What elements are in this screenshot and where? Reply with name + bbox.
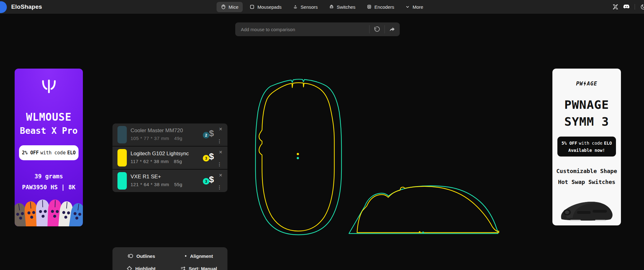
outline-side-vxe-r1 (349, 186, 498, 234)
mouse-dimensions: 121 * 64 * 38 mm55g (131, 182, 182, 187)
nav-divider (635, 4, 635, 10)
top-nav: EloShapes Mice Mousepads Sensors (0, 0, 644, 14)
share-button[interactable] (385, 22, 400, 36)
ad-feature-shape: Customizable Shape (552, 168, 621, 174)
nav-item-mice[interactable]: Mice (217, 2, 243, 12)
encoder-icon (367, 4, 372, 9)
promo-code-box[interactable]: 5% OFF with code ELO Available now! (557, 137, 616, 157)
x-twitter-icon[interactable] (613, 4, 618, 10)
dollar-icon: $ (209, 128, 214, 138)
sort-button[interactable]: Sort: Manual (170, 262, 228, 270)
ad-title-line1: PWNAGE (552, 98, 621, 112)
outlines-toggle[interactable]: Outlines (112, 250, 170, 262)
wlmouse-logo-icon (41, 79, 57, 94)
alignment-button[interactable]: Alignment (170, 250, 228, 262)
alignment-dot-icon (184, 255, 187, 257)
ad-subtitle: Beast X Pro (15, 126, 83, 136)
sensor-dot-logitech (297, 153, 299, 155)
nav-item-mousepads[interactable]: Mousepads (245, 2, 286, 12)
mouse-dimensions: 117 * 62 * 38 mm85g (131, 159, 182, 164)
outline-top-logitech-g102 (259, 83, 334, 231)
row-menu-button[interactable]: ⋮ (216, 184, 223, 191)
remove-mouse-button[interactable]: ✕ (217, 171, 224, 179)
sensor-icon (293, 4, 298, 9)
promo-code-pill[interactable]: 2% OFF with code ELO (19, 145, 79, 160)
ad-feature-switches: Hot Swap Switches (552, 179, 621, 185)
view-options-toolbar: Outlines Alignment Highlight Sort: Manua… (112, 247, 227, 270)
price-button[interactable]: $ 3 (205, 174, 217, 188)
nav-item-more[interactable]: More (401, 2, 427, 12)
brand-name: EloShapes (11, 3, 42, 10)
remove-mouse-button[interactable]: ✕ (217, 125, 224, 133)
lightning-icon (583, 81, 587, 86)
shape-comparison-canvas[interactable] (0, 0, 644, 270)
color-swatch[interactable] (117, 172, 127, 190)
outline-top-vxe-r1 (255, 79, 341, 235)
chevron-down-icon (405, 5, 410, 9)
comparison-search-bar (235, 22, 400, 36)
mouse-dimensions: 105 * 77 * 37 mm49g (131, 136, 182, 141)
nav-item-encoders[interactable]: Encoders (362, 2, 398, 12)
color-swatch[interactable] (117, 149, 127, 166)
price-button[interactable]: $ 3 (205, 151, 217, 165)
nav-menu: Mice Mousepads Sensors Switches (217, 0, 428, 14)
mouse-weight: 49g (174, 136, 183, 141)
brand-logo-icon (0, 1, 7, 13)
mouse-name: VXE R1 SE+ (131, 174, 161, 180)
switch-icon (329, 4, 334, 9)
discord-icon[interactable] (623, 4, 630, 9)
mouse-name: Cooler Master MM720 (131, 128, 183, 134)
dollar-icon: $ (209, 152, 214, 162)
nav-item-switches[interactable]: Switches (325, 2, 360, 12)
sensor-dot-side-vxe (422, 231, 424, 233)
dollar-icon: $ (209, 175, 214, 185)
ad-wlmouse[interactable]: WLMOUSE Beast X Pro 2% OFF with code ELO… (15, 69, 83, 226)
mice-photo (15, 198, 83, 226)
price-button[interactable]: $ 2 (205, 128, 217, 142)
ad-title-line2: SYMM 3 (552, 115, 621, 128)
comparison-list: Cooler Master MM720 105 * 77 * 37 mm49g … (112, 123, 227, 192)
price-count-badge: 3 (203, 178, 209, 185)
outline-side-logitech-g102 (357, 186, 499, 233)
dark-mode-toggle[interactable] (640, 3, 644, 10)
reset-button[interactable] (370, 22, 384, 36)
mousepad-icon (250, 4, 255, 9)
outlines-icon (127, 253, 133, 258)
ad-spec-sensor: PAW3950 HS | 8K (15, 184, 83, 190)
mouse-weight: 85g (174, 159, 182, 164)
remove-mouse-button[interactable]: ✕ (217, 148, 224, 156)
share-icon (389, 26, 395, 32)
sort-icon (180, 266, 186, 270)
moon-icon (640, 3, 644, 10)
sensor-dot-side-logitech (419, 231, 420, 233)
nav-item-sensors[interactable]: Sensors (289, 2, 322, 12)
availability-text: Available now! (568, 148, 605, 153)
highlight-toggle[interactable]: Highlight (112, 262, 170, 270)
brand[interactable]: EloShapes (0, 0, 42, 14)
mouse-weight: 55g (174, 182, 183, 187)
reset-icon (374, 26, 380, 32)
row-menu-button[interactable]: ⋮ (216, 161, 223, 168)
mouse-name: Logitech G102 Lightsync (131, 151, 189, 157)
nav-right-actions (613, 0, 644, 14)
mouse-icon (221, 4, 226, 9)
ad-title: WLMOUSE (15, 111, 83, 123)
list-item-logitech-g102[interactable]: Logitech G102 Lightsync 117 * 62 * 38 mm… (112, 147, 227, 169)
sensor-dot-vxe (297, 157, 299, 159)
ad-spec-weight: 39 grams (15, 173, 83, 180)
list-item-cooler-master-mm720[interactable]: Cooler Master MM720 105 * 77 * 37 mm49g … (112, 123, 227, 146)
search-input[interactable] (235, 27, 369, 32)
price-count-badge: 3 (203, 155, 209, 162)
highlight-crosshair-icon (127, 266, 132, 270)
pwnage-mouse-photo (558, 199, 616, 222)
pwnage-logo: PWAGE (552, 80, 621, 87)
price-count-badge: 2 (203, 132, 209, 138)
color-swatch[interactable] (117, 126, 127, 143)
ad-pwnage[interactable]: PWAGE PWNAGE SYMM 3 5% OFF with code ELO… (552, 69, 621, 225)
list-item-vxe-r1-se[interactable]: VXE R1 SE+ 121 * 64 * 38 mm55g $ 3 ✕ ⋮ (112, 170, 227, 192)
row-menu-button[interactable]: ⋮ (216, 138, 223, 145)
